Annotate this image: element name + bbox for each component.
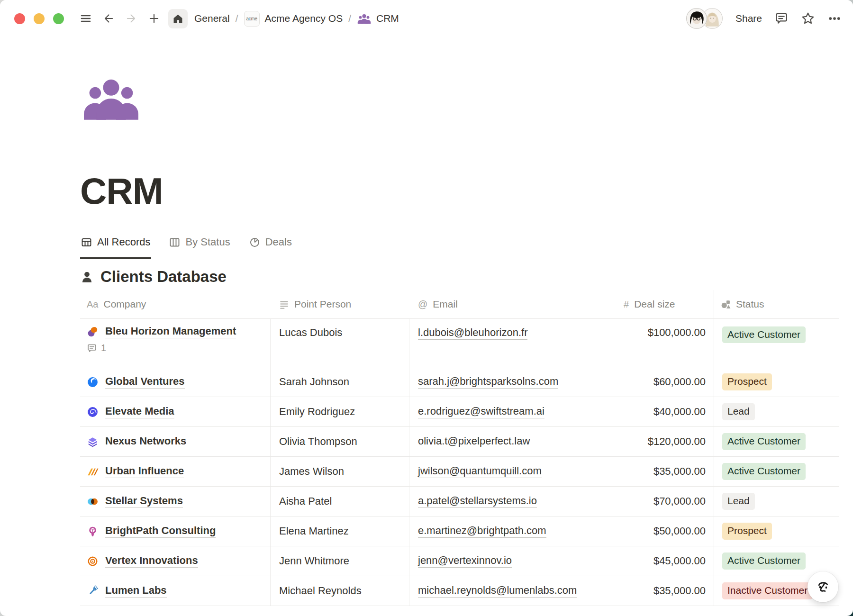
cell-email[interactable]: l.dubois@bleuhorizon.fr bbox=[409, 319, 613, 367]
cell-deal-size[interactable]: $35,000.00 bbox=[613, 576, 714, 606]
cell-point-person[interactable]: Aisha Patel bbox=[271, 487, 409, 516]
page-icon-people-group[interactable] bbox=[80, 76, 142, 121]
sidebar-toggle-icon[interactable] bbox=[77, 10, 94, 27]
acme-workspace-logo[interactable]: acme bbox=[244, 11, 260, 27]
close-window-button[interactable] bbox=[14, 13, 25, 24]
company-page-link[interactable]: Urban Influence bbox=[105, 465, 184, 478]
company-page-link[interactable]: Stellar Systems bbox=[105, 495, 183, 508]
cell-company[interactable]: Urban Influence bbox=[80, 457, 271, 486]
cell-email[interactable]: olivia.t@pixelperfect.law bbox=[409, 427, 613, 456]
tab-all-records[interactable]: All Records bbox=[80, 227, 151, 259]
tab-by-status[interactable]: By Status bbox=[168, 227, 231, 259]
column-header-email[interactable]: @Email bbox=[409, 290, 613, 318]
status-badge[interactable]: Inactive Customer bbox=[722, 582, 813, 599]
cell-point-person[interactable]: Olivia Thompson bbox=[271, 427, 409, 456]
home-icon[interactable] bbox=[168, 9, 188, 28]
cell-status[interactable]: Active Customer bbox=[714, 457, 839, 486]
email-link[interactable]: michael.reynolds@lumenlabs.com bbox=[418, 584, 577, 598]
database-title-text[interactable]: Clients Database bbox=[100, 268, 227, 286]
cell-email[interactable]: jenn@vertexinnov.io bbox=[409, 546, 613, 576]
cell-company[interactable]: Stellar Systems bbox=[80, 487, 271, 516]
cell-point-person[interactable]: Jenn Whitmore bbox=[271, 546, 409, 576]
cell-email[interactable]: a.patel@stellarsystems.io bbox=[409, 487, 613, 516]
cell-point-person[interactable]: Michael Reynolds bbox=[271, 576, 409, 606]
cell-company[interactable]: Elevate Media bbox=[80, 397, 271, 426]
company-page-link[interactable]: Vertex Innovations bbox=[105, 554, 198, 568]
cell-status[interactable]: Active Customer bbox=[714, 427, 839, 456]
cell-status[interactable]: Lead bbox=[714, 487, 839, 516]
favorite-star-icon[interactable] bbox=[801, 11, 815, 26]
comment-count[interactable]: 1 bbox=[87, 343, 106, 353]
cell-deal-size[interactable]: $35,000.00 bbox=[613, 457, 714, 486]
column-header-status[interactable]: Status bbox=[714, 290, 839, 318]
status-badge[interactable]: Active Customer bbox=[722, 433, 806, 450]
cell-deal-size[interactable]: $60,000.00 bbox=[613, 367, 714, 397]
cell-status[interactable]: Lead bbox=[714, 397, 839, 426]
company-page-link[interactable]: Elevate Media bbox=[105, 405, 174, 418]
cell-email[interactable]: e.martinez@brightpath.com bbox=[409, 516, 613, 546]
cell-point-person[interactable]: James Wilson bbox=[271, 457, 409, 486]
email-link[interactable]: e.martinez@brightpath.com bbox=[418, 525, 546, 538]
cell-point-person[interactable]: Elena Martinez bbox=[271, 516, 409, 546]
status-badge[interactable]: Prospect bbox=[722, 373, 772, 390]
cell-point-person[interactable]: Emily Rodriguez bbox=[271, 397, 409, 426]
company-page-link[interactable]: Global Ventures bbox=[105, 375, 185, 389]
breadcrumb-crm[interactable]: CRM bbox=[376, 13, 399, 24]
cell-deal-size[interactable]: $50,000.00 bbox=[613, 516, 714, 546]
pie-icon bbox=[249, 237, 260, 248]
cell-company[interactable]: Lumen Labs bbox=[80, 576, 271, 606]
email-link[interactable]: jwilson@quantumquill.com bbox=[418, 465, 542, 478]
notion-ai-face-button[interactable] bbox=[808, 571, 838, 602]
cell-email[interactable]: jwilson@quantumquill.com bbox=[409, 457, 613, 486]
cell-deal-size[interactable]: $120,000.00 bbox=[613, 427, 714, 456]
email-link[interactable]: e.rodriguez@swiftstream.ai bbox=[418, 405, 544, 418]
minimize-window-button[interactable] bbox=[34, 13, 45, 24]
company-page-link[interactable]: Nexus Networks bbox=[105, 435, 186, 448]
status-badge[interactable]: Active Customer bbox=[722, 463, 806, 480]
column-header-company[interactable]: AaCompany bbox=[80, 290, 271, 318]
company-page-link[interactable]: Lumen Labs bbox=[105, 584, 167, 598]
column-header-deal-size[interactable]: #Deal size bbox=[613, 290, 714, 318]
email-link[interactable]: olivia.t@pixelperfect.law bbox=[418, 435, 530, 448]
status-badge[interactable]: Lead bbox=[722, 493, 755, 509]
cell-company[interactable]: BrightPath Consulting bbox=[80, 516, 271, 546]
comments-icon[interactable] bbox=[774, 11, 789, 26]
zoom-window-button[interactable] bbox=[53, 13, 64, 24]
email-link[interactable]: a.patel@stellarsystems.io bbox=[418, 495, 537, 508]
tab-deals[interactable]: Deals bbox=[248, 227, 293, 259]
company-page-link[interactable]: BrightPath Consulting bbox=[105, 525, 216, 538]
cell-deal-size[interactable]: $45,000.00 bbox=[613, 546, 714, 576]
cell-company[interactable]: Vertex Innovations bbox=[80, 546, 271, 576]
cell-email[interactable]: sarah.j@brightsparksolns.com bbox=[409, 367, 613, 397]
email-link[interactable]: sarah.j@brightsparksolns.com bbox=[418, 375, 558, 389]
cell-status[interactable]: Prospect bbox=[714, 516, 839, 546]
back-arrow-icon[interactable] bbox=[100, 10, 117, 27]
breadcrumb-acme-agency-os[interactable]: Acme Agency OS bbox=[265, 13, 343, 24]
email-link[interactable]: l.dubois@bleuhorizon.fr bbox=[418, 326, 527, 340]
forward-arrow-icon[interactable] bbox=[123, 10, 140, 27]
status-badge[interactable]: Lead bbox=[722, 403, 755, 420]
more-options-icon[interactable] bbox=[827, 11, 842, 26]
status-badge[interactable]: Active Customer bbox=[722, 553, 806, 569]
cell-email[interactable]: michael.reynolds@lumenlabs.com bbox=[409, 576, 613, 606]
cell-deal-size[interactable]: $40,000.00 bbox=[613, 397, 714, 426]
new-tab-plus-icon[interactable] bbox=[145, 10, 163, 27]
status-badge[interactable]: Prospect bbox=[722, 523, 772, 539]
collaborator-avatars[interactable] bbox=[686, 8, 723, 29]
cell-point-person[interactable]: Sarah Johnson bbox=[271, 367, 409, 397]
cell-status[interactable]: Active Customer bbox=[714, 319, 839, 367]
cell-deal-size[interactable]: $100,000.00 bbox=[613, 319, 714, 367]
breadcrumb-general[interactable]: General bbox=[194, 13, 230, 24]
cell-deal-size[interactable]: $70,000.00 bbox=[613, 487, 714, 516]
status-badge[interactable]: Active Customer bbox=[722, 326, 806, 343]
cell-company[interactable]: Nexus Networks bbox=[80, 427, 271, 456]
cell-company[interactable]: Global Ventures bbox=[80, 367, 271, 397]
cell-point-person[interactable]: Lucas Dubois bbox=[271, 319, 409, 367]
cell-email[interactable]: e.rodriguez@swiftstream.ai bbox=[409, 397, 613, 426]
column-header-point-person[interactable]: Point Person bbox=[271, 290, 409, 318]
share-button[interactable]: Share bbox=[735, 13, 762, 24]
company-page-link[interactable]: Bleu Horizon Management bbox=[105, 325, 236, 338]
cell-status[interactable]: Prospect bbox=[714, 367, 839, 397]
cell-company[interactable]: Bleu Horizon Management1 bbox=[80, 319, 271, 367]
email-link[interactable]: jenn@vertexinnov.io bbox=[418, 554, 512, 568]
